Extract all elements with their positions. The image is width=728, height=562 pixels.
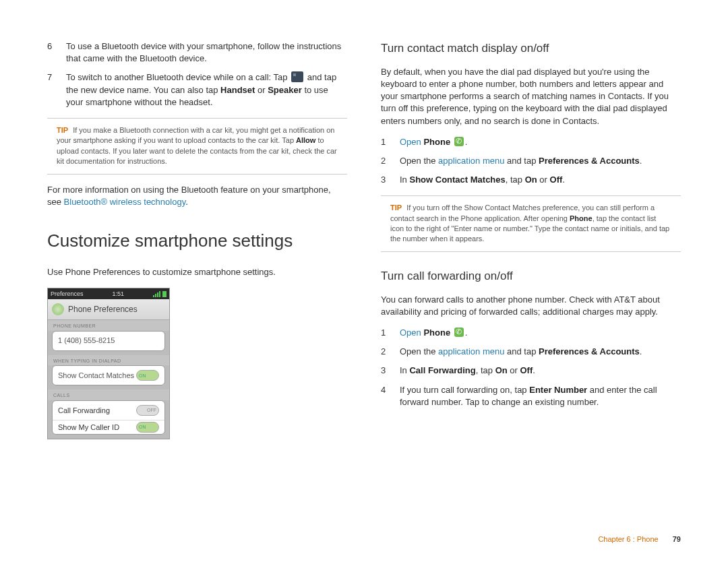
shot-header: Phone Preferences: [48, 299, 169, 320]
item-number: 2: [381, 155, 400, 167]
shot-back: Preferences: [51, 290, 84, 299]
toggle-on-icon: ON: [136, 422, 159, 433]
item-number: 7: [47, 71, 66, 108]
phone-icon: [454, 137, 464, 146]
tip-box-right: TIP If you turn off the Show Contact Mat…: [381, 195, 681, 252]
paragraph-call-forwarding: You can forward calls to another phone n…: [381, 294, 681, 318]
shot-row2-text: Call Forwarding: [58, 406, 110, 416]
bluetooth-switch-icon: [291, 71, 303, 82]
shot-title: Phone Preferences: [68, 304, 138, 315]
tip-box-left: TIP If you make a Bluetooth connection w…: [47, 118, 347, 175]
item-text: In Call Forwarding, tap On or Off.: [400, 365, 681, 377]
subheading-call-forwarding: Turn call forwarding on/off: [381, 268, 681, 284]
numbered-list: 6To use a Bluetooth device with your sma…: [47, 40, 347, 108]
list-item: 2Open the application menu and tap Prefe…: [381, 155, 681, 167]
item-number: 1: [381, 136, 400, 148]
page-footer: Chapter 6 : Phone 79: [598, 535, 681, 543]
footer-page: 79: [673, 535, 681, 543]
list-item: 7To switch to another Bluetooth device w…: [47, 71, 347, 108]
numbered-list-b: 1Open Phone .2Open the application menu …: [381, 327, 681, 408]
item-text: To use a Bluetooth device with your smar…: [66, 40, 347, 65]
shot-calls-list: Call Forwarding OFF Show My Caller ID ON: [52, 400, 165, 435]
toggle-on-icon: ON: [136, 370, 159, 381]
item-number: 3: [381, 365, 400, 377]
item-number: 3: [381, 174, 400, 186]
item-text: Open the application menu and tap Prefer…: [400, 155, 681, 167]
item-text: If you turn call forwarding on, tap Ente…: [400, 384, 681, 408]
section-heading: Customize smartphone settings: [47, 228, 347, 253]
page: 6To use a Bluetooth device with your sma…: [0, 0, 728, 562]
list-item: 1Open Phone .: [381, 136, 681, 148]
item-number: 2: [381, 346, 400, 358]
subheading-contact-match: Turn contact match display on/off: [381, 40, 681, 57]
shot-label-2: WHEN TYPING IN DIALPAD: [48, 355, 169, 366]
shot-time: 1:51: [113, 290, 125, 299]
section-intro: Use Phone Preferences to customize smart…: [47, 266, 347, 278]
list-item: 3In Show Contact Matches, tap On or Off.: [381, 174, 681, 186]
shot-row-call-forwarding: Call Forwarding OFF: [53, 401, 164, 420]
phone-screenshot: Preferences 1:51 Phone Preferences PHONE…: [47, 288, 170, 439]
shot-signal-icon: [153, 291, 166, 297]
item-number: 1: [381, 327, 400, 339]
list-item: 3In Call Forwarding, tap On or Off.: [381, 365, 681, 377]
left-column: 6To use a Bluetooth device with your sma…: [47, 40, 347, 562]
shot-label-3: CALLS: [48, 389, 169, 400]
item-text: Open the application menu and tap Prefer…: [400, 346, 681, 358]
shot-row1-text: Show Contact Matches: [58, 371, 134, 381]
shot-row-contact-matches: Show Contact Matches ON: [52, 365, 165, 385]
item-number: 4: [381, 384, 400, 408]
list-item: 1Open Phone .: [381, 327, 681, 339]
list-item: 2Open the application menu and tap Prefe…: [381, 346, 681, 358]
toggle-off-icon: OFF: [136, 405, 159, 416]
shot-row-caller-id: Show My Caller ID ON: [53, 420, 164, 434]
item-text: To switch to another Bluetooth device wh…: [66, 71, 347, 108]
tip-label: TIP: [57, 126, 68, 134]
shot-phone-field: 1 (408) 555-8215: [52, 331, 165, 350]
post-tip-paragraph: For more information on using the Blueto…: [47, 184, 347, 208]
tip-text: If you turn off the Show Contact Matches…: [390, 204, 669, 243]
list-item: 6To use a Bluetooth device with your sma…: [47, 40, 347, 65]
item-text: In Show Contact Matches, tap On or Off.: [400, 174, 681, 186]
shot-row3-text: Show My Caller ID: [58, 423, 119, 433]
phone-icon: [454, 327, 464, 337]
tip-text: If you make a Bluetooth connection with …: [57, 126, 337, 165]
item-number: 6: [47, 40, 66, 65]
numbered-list-a: 1Open Phone .2Open the application menu …: [381, 136, 681, 187]
item-text: Open Phone .: [400, 136, 681, 148]
paragraph-contact-match: By default, when you have the dial pad d…: [381, 66, 681, 127]
phone-icon: [52, 303, 64, 315]
shot-statusbar: Preferences 1:51: [48, 288, 169, 299]
list-item: 4If you turn call forwarding on, tap Ent…: [381, 384, 681, 408]
item-text: Open Phone .: [400, 327, 681, 339]
tip-label: TIP: [390, 204, 402, 212]
shot-label-1: PHONE NUMBER: [48, 320, 169, 331]
footer-chapter: Chapter 6 : Phone: [598, 535, 658, 543]
right-column: Turn contact match display on/off By def…: [381, 40, 681, 562]
